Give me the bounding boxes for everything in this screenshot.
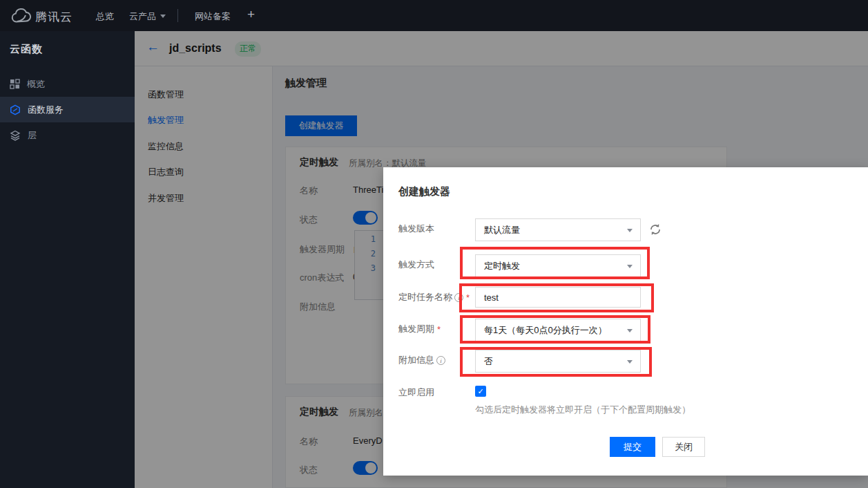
info-icon[interactable]: i: [454, 293, 463, 302]
create-trigger-modal: 创建触发器 触发版本 默认流量 触发方式 定时触发 定时任务名称 i *: [383, 167, 868, 476]
layers-icon: [10, 130, 21, 141]
grid-icon: [10, 79, 20, 89]
trigger-cycle-value: 每1天（每天0点0分执行一次）: [484, 324, 607, 337]
task-name-label: 定时任务名称 i *: [398, 291, 470, 303]
task-name-label-text: 定时任务名称: [398, 291, 452, 303]
extra-info-label: 附加信息 i: [398, 354, 445, 366]
trigger-type-label: 触发方式: [398, 259, 434, 271]
nav-products-label: 云产品: [129, 11, 156, 21]
refresh-icon[interactable]: [649, 223, 662, 236]
extra-info-label-text: 附加信息: [398, 354, 434, 366]
trigger-type-select[interactable]: 定时触发: [475, 254, 641, 277]
trigger-cycle-label: 触发周期 *: [398, 323, 441, 335]
left-sidebar: 云函数 概览 函数服务 层: [0, 31, 135, 488]
info-icon[interactable]: i: [436, 356, 445, 365]
trigger-version-select[interactable]: 默认流量: [475, 218, 641, 241]
required-asterisk: *: [437, 324, 441, 335]
sidebar-item-label: 函数服务: [28, 104, 64, 116]
function-hexagon-icon: [10, 104, 21, 115]
task-name-input-wrap: [475, 287, 641, 308]
task-name-input[interactable]: [476, 288, 640, 307]
nav-add-tab-button[interactable]: +: [247, 7, 255, 22]
trigger-type-value: 定时触发: [484, 260, 520, 272]
chevron-down-icon: [627, 229, 633, 232]
sidebar-item-function-service[interactable]: 函数服务: [0, 97, 135, 122]
required-asterisk: *: [466, 292, 470, 303]
trigger-version-value: 默认流量: [484, 224, 520, 236]
submit-button[interactable]: 提交: [610, 437, 655, 457]
sidebar-item-layers[interactable]: 层: [0, 122, 135, 148]
chevron-down-icon: [627, 265, 633, 268]
chevron-down-icon: [627, 360, 633, 364]
tencent-cloud-logo-icon[interactable]: [10, 7, 33, 25]
sidebar-item-overview[interactable]: 概览: [0, 71, 135, 97]
enable-now-hint: 勾选后定时触发器将立即开启（于下个配置周期触发）: [475, 404, 691, 416]
chevron-down-icon: [160, 15, 166, 18]
trigger-version-label: 触发版本: [398, 223, 434, 235]
enable-now-checkbox-checked[interactable]: ✓: [475, 386, 486, 397]
top-navbar: 腾讯云 总览 云产品 网站备案 +: [0, 0, 868, 31]
brand-name[interactable]: 腾讯云: [35, 9, 73, 25]
modal-title: 创建触发器: [398, 185, 450, 198]
sidebar-title: 云函数: [10, 43, 43, 56]
close-button[interactable]: 关闭: [662, 437, 705, 457]
sidebar-item-label: 概览: [27, 78, 45, 91]
trigger-cycle-label-text: 触发周期: [398, 323, 434, 335]
nav-beian[interactable]: 网站备案: [195, 10, 231, 23]
extra-info-select[interactable]: 否: [475, 350, 641, 373]
nav-divider: [177, 9, 178, 22]
enable-now-label: 立即启用: [398, 386, 434, 399]
chevron-down-icon: [627, 329, 633, 332]
trigger-cycle-select[interactable]: 每1天（每天0点0分执行一次）: [475, 319, 641, 341]
screen: 腾讯云 总览 云产品 网站备案 + 云函数 概览 函数服务: [0, 0, 868, 488]
extra-info-value: 否: [484, 355, 493, 368]
sidebar-item-label: 层: [28, 129, 37, 142]
nav-overview[interactable]: 总览: [96, 10, 114, 23]
nav-products[interactable]: 云产品: [129, 10, 166, 23]
